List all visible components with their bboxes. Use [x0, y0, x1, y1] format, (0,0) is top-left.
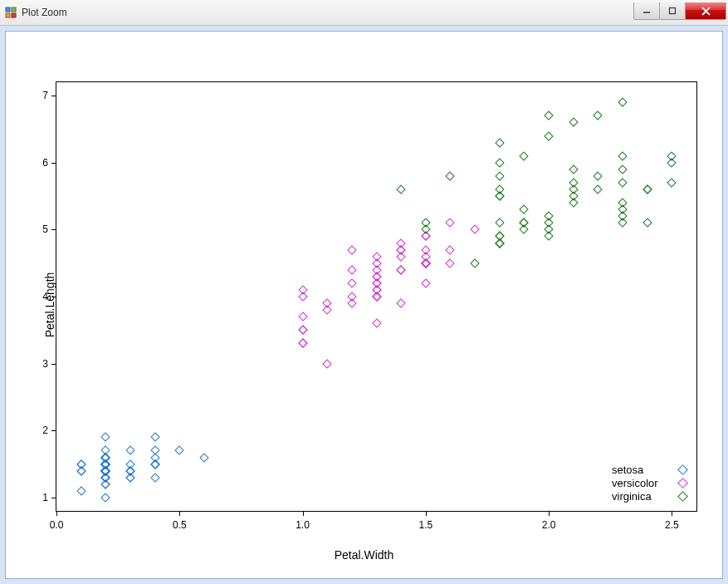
- x-axis-label: Petal.Width: [335, 548, 394, 562]
- y-tick-label: 2: [32, 425, 48, 436]
- data-point-setosa: [125, 446, 134, 455]
- data-point-virginica: [569, 198, 578, 207]
- data-point-versicolor: [323, 305, 332, 314]
- app-icon: [5, 7, 17, 18]
- window-title: Plot Zoom: [22, 7, 633, 18]
- legend-row: setosa: [612, 463, 686, 476]
- legend-label: setosa: [612, 464, 670, 476]
- legend-marker-icon: [678, 478, 686, 487]
- data-point-setosa: [199, 453, 208, 462]
- data-point-versicolor: [347, 265, 356, 274]
- data-point-versicolor: [372, 252, 381, 261]
- data-point-virginica: [594, 184, 603, 194]
- data-point-setosa: [150, 459, 159, 469]
- data-point-setosa: [150, 433, 159, 442]
- data-point-versicolor: [372, 319, 381, 328]
- y-tick-mark: [51, 364, 56, 365]
- svg-rect-0: [6, 7, 10, 12]
- data-point-virginica: [618, 178, 627, 187]
- data-point-virginica: [594, 111, 603, 120]
- y-tick-mark: [51, 96, 56, 96]
- data-point-virginica: [642, 184, 652, 194]
- y-axis-label: Petal.Length: [43, 272, 56, 338]
- plot-area[interactable]: setosaversicolorvirginica: [56, 81, 697, 512]
- data-point-virginica: [618, 98, 627, 107]
- y-tick-mark: [51, 163, 56, 164]
- legend-row: versicolor: [612, 476, 686, 489]
- data-point-versicolor: [396, 265, 405, 274]
- data-point-versicolor: [298, 326, 307, 335]
- x-tick-label: 1.0: [296, 519, 310, 531]
- y-tick-label: 3: [32, 358, 48, 370]
- maximize-button[interactable]: [659, 2, 686, 20]
- data-point-setosa: [125, 466, 134, 475]
- data-point-versicolor: [446, 245, 455, 254]
- data-point-virginica: [618, 212, 627, 221]
- data-point-virginica: [569, 184, 578, 194]
- data-point-versicolor: [396, 252, 405, 261]
- data-point-versicolor: [470, 225, 479, 234]
- data-point-setosa: [101, 493, 110, 502]
- y-tick-label: 6: [32, 157, 48, 169]
- minimize-button[interactable]: [633, 2, 660, 20]
- x-tick-mark: [303, 511, 304, 516]
- data-point-virginica: [569, 164, 578, 174]
- data-point-virginica: [667, 151, 677, 160]
- data-point-versicolor: [298, 339, 307, 348]
- x-tick-mark: [426, 511, 427, 516]
- y-tick-label: 5: [32, 223, 48, 235]
- data-point-virginica: [446, 171, 455, 180]
- data-point-setosa: [76, 466, 86, 475]
- data-point-virginica: [520, 205, 529, 214]
- legend-marker-icon: [678, 465, 686, 474]
- data-point-versicolor: [372, 285, 381, 294]
- x-tick-label: 0.0: [50, 519, 64, 531]
- y-tick-mark: [51, 498, 56, 498]
- data-point-versicolor: [298, 312, 307, 321]
- x-tick-mark: [56, 511, 57, 516]
- legend: setosaversicolorvirginica: [612, 463, 686, 503]
- data-point-virginica: [544, 212, 553, 221]
- data-point-virginica: [495, 191, 504, 200]
- svg-rect-2: [6, 13, 10, 17]
- data-point-virginica: [495, 138, 504, 147]
- data-point-versicolor: [347, 245, 356, 254]
- y-tick-label: 1: [32, 492, 48, 503]
- data-point-virginica: [618, 198, 627, 207]
- svg-rect-3: [12, 13, 16, 17]
- plot-window: Plot Zoom Petal.Length Petal.Width setos…: [0, 0, 728, 584]
- data-point-versicolor: [421, 278, 430, 287]
- data-point-virginica: [421, 218, 430, 228]
- data-point-virginica: [594, 171, 603, 180]
- y-tick-mark: [51, 297, 56, 297]
- plot-frame: Petal.Length Petal.Width setosaversicolo…: [5, 31, 723, 579]
- data-point-setosa: [101, 466, 110, 475]
- data-point-versicolor: [347, 278, 356, 287]
- x-tick-mark: [179, 511, 180, 516]
- y-tick-label: 4: [32, 291, 48, 302]
- y-tick-mark: [51, 229, 56, 230]
- data-point-virginica: [544, 111, 553, 120]
- data-point-versicolor: [396, 238, 405, 248]
- x-tick-label: 1.5: [418, 519, 432, 531]
- data-point-virginica: [618, 164, 627, 174]
- data-point-versicolor: [372, 272, 381, 281]
- data-point-virginica: [396, 184, 405, 194]
- x-tick-label: 2.0: [542, 519, 556, 531]
- legend-label: virginica: [612, 490, 670, 503]
- data-point-virginica: [495, 171, 504, 180]
- data-point-versicolor: [446, 218, 455, 228]
- svg-rect-1: [12, 7, 16, 12]
- close-button[interactable]: [685, 2, 726, 20]
- x-tick-label: 0.5: [173, 519, 187, 531]
- y-tick-mark: [51, 430, 56, 431]
- data-point-virginica: [667, 178, 677, 187]
- data-point-virginica: [642, 218, 652, 228]
- data-point-setosa: [150, 473, 159, 482]
- titlebar[interactable]: Plot Zoom: [0, 0, 728, 26]
- data-point-virginica: [618, 151, 627, 160]
- legend-row: virginica: [612, 489, 686, 503]
- y-tick-label: 7: [32, 90, 48, 101]
- data-point-setosa: [76, 486, 86, 495]
- data-point-versicolor: [421, 245, 430, 254]
